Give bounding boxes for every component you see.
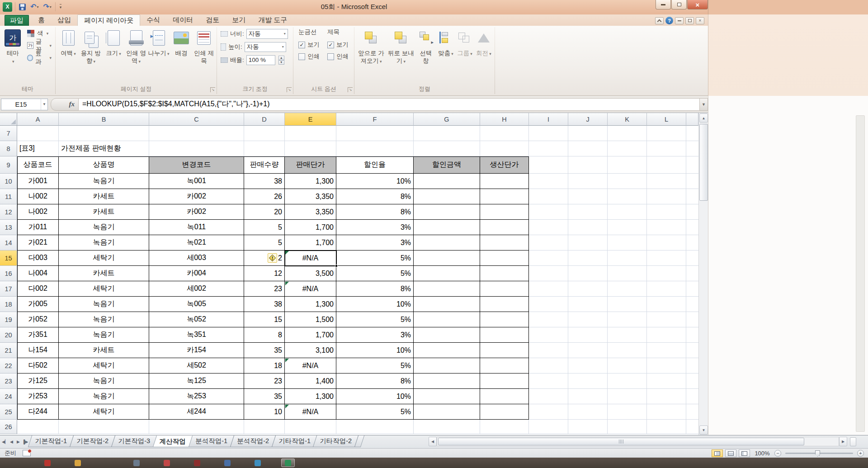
cell-K16[interactable] bbox=[608, 266, 647, 281]
cell-I7[interactable] bbox=[529, 126, 568, 141]
sheet-tab-분석작업-2[interactable]: 분석작업-2 bbox=[230, 435, 275, 447]
row-header-12[interactable]: 12 bbox=[0, 204, 17, 220]
align-button[interactable]: 맞춤▾ bbox=[437, 27, 455, 58]
cell-B17[interactable]: 세탁기 bbox=[59, 281, 149, 297]
cell-B21[interactable]: 카세트 bbox=[59, 343, 149, 358]
cell-J25[interactable] bbox=[568, 404, 608, 420]
cell-G16[interactable] bbox=[414, 266, 480, 281]
cell-C9[interactable]: 변경코드 bbox=[149, 156, 244, 174]
cell-K24[interactable] bbox=[608, 389, 647, 404]
cell-B20[interactable]: 녹음기 bbox=[59, 327, 149, 343]
cell-I8[interactable] bbox=[529, 141, 568, 156]
cell-H25[interactable] bbox=[480, 404, 529, 420]
column-header-A[interactable]: A bbox=[17, 113, 59, 126]
workbook-restore-button[interactable] bbox=[685, 17, 694, 24]
cell-A24[interactable]: 가253 bbox=[17, 389, 59, 404]
sheet-options-dialog-launcher[interactable]: ↘ bbox=[348, 87, 353, 92]
close-button[interactable]: × bbox=[687, 0, 708, 9]
cell-L16[interactable] bbox=[647, 266, 686, 281]
horizontal-scrollbar[interactable]: ◀ ▶ bbox=[429, 437, 856, 447]
cell-D22[interactable]: 18 bbox=[244, 358, 285, 373]
cell-K22[interactable] bbox=[608, 358, 647, 373]
cell-H19[interactable] bbox=[480, 312, 529, 327]
last-sheet-icon[interactable]: ▐▶ bbox=[22, 440, 28, 444]
row-header-25[interactable]: 25 bbox=[0, 404, 17, 420]
row-header-10[interactable]: 10 bbox=[0, 174, 17, 189]
cell-B16[interactable]: 카세트 bbox=[59, 266, 149, 281]
cell-K18[interactable] bbox=[608, 297, 647, 312]
cell-I16[interactable] bbox=[529, 266, 568, 281]
horizontal-scrollbar-thumb[interactable] bbox=[438, 438, 804, 445]
cell-K9[interactable] bbox=[608, 156, 647, 174]
row-header-21[interactable]: 21 bbox=[0, 343, 17, 358]
theme-effects-button[interactable]: 효과▾ bbox=[25, 52, 54, 63]
cell-D18[interactable]: 38 bbox=[244, 297, 285, 312]
cell-K25[interactable] bbox=[608, 404, 647, 420]
cell-M25[interactable] bbox=[686, 404, 698, 420]
cell-M7[interactable] bbox=[686, 126, 698, 141]
cell-J15[interactable] bbox=[568, 251, 608, 266]
sheet-tab-계산작업[interactable]: 계산작업 bbox=[152, 435, 192, 447]
cell-J16[interactable] bbox=[568, 266, 608, 281]
cell-L25[interactable] bbox=[647, 404, 686, 420]
cell-I12[interactable] bbox=[529, 204, 568, 220]
cell-F14[interactable]: 3% bbox=[336, 235, 414, 251]
cell-L23[interactable] bbox=[647, 373, 686, 389]
cell-A13[interactable]: 가011 bbox=[17, 220, 59, 235]
cell-D14[interactable]: 5 bbox=[244, 235, 285, 251]
cell-M22[interactable] bbox=[686, 358, 698, 373]
cell-A8[interactable]: [표3] bbox=[17, 141, 59, 156]
margins-button[interactable]: 여백▾ bbox=[57, 27, 79, 58]
cell-D16[interactable]: 12 bbox=[244, 266, 285, 281]
cell-J8[interactable] bbox=[568, 141, 608, 156]
cell-E21[interactable]: 3,100 bbox=[285, 343, 336, 358]
size-button[interactable]: 크기▾ bbox=[103, 27, 124, 58]
column-header-L[interactable]: L bbox=[647, 113, 686, 126]
cell-F13[interactable]: 3% bbox=[336, 220, 414, 235]
row-header-11[interactable]: 11 bbox=[0, 189, 17, 204]
tab-데이터[interactable]: 데이터 bbox=[166, 14, 199, 26]
cell-B18[interactable]: 녹음기 bbox=[59, 297, 149, 312]
tab-split-handle[interactable] bbox=[850, 437, 856, 446]
cell-K17[interactable] bbox=[608, 281, 647, 297]
cell-L24[interactable] bbox=[647, 389, 686, 404]
cell-L13[interactable] bbox=[647, 220, 686, 235]
cell-M16[interactable] bbox=[686, 266, 698, 281]
cell-I13[interactable] bbox=[529, 220, 568, 235]
cell-A21[interactable]: 나154 bbox=[17, 343, 59, 358]
cell-E13[interactable]: 1,700 bbox=[285, 220, 336, 235]
cell-A23[interactable]: 가125 bbox=[17, 373, 59, 389]
cell-B12[interactable]: 카세트 bbox=[59, 204, 149, 220]
row-header-16[interactable]: 16 bbox=[0, 266, 17, 281]
cell-J11[interactable] bbox=[568, 189, 608, 204]
cell-D26[interactable] bbox=[244, 420, 285, 434]
cell-M11[interactable] bbox=[686, 189, 698, 204]
cell-H15[interactable] bbox=[480, 251, 529, 266]
sheet-tab-기본작업-1[interactable]: 기본작업-1 bbox=[28, 435, 74, 447]
cell-G20[interactable] bbox=[414, 327, 480, 343]
scale-spinner[interactable]: 100 % bbox=[246, 55, 275, 65]
row-header-15[interactable]: 15 bbox=[0, 251, 17, 266]
error-options-button[interactable]: ! bbox=[268, 253, 277, 263]
cell-F18[interactable]: 10% bbox=[336, 297, 414, 312]
cell-H9[interactable]: 생산단가 bbox=[480, 156, 529, 174]
cell-I18[interactable] bbox=[529, 297, 568, 312]
expand-formula-bar-button[interactable]: ▼ bbox=[700, 98, 708, 111]
cell-L26[interactable] bbox=[647, 420, 686, 434]
cell-E26[interactable] bbox=[285, 420, 336, 434]
cell-I25[interactable] bbox=[529, 404, 568, 420]
cell-H17[interactable] bbox=[480, 281, 529, 297]
cell-E15[interactable]: #N/A bbox=[285, 251, 336, 266]
row-header-17[interactable]: 17 bbox=[0, 281, 17, 297]
column-header-D[interactable]: D bbox=[244, 113, 285, 126]
column-header-B[interactable]: B bbox=[59, 113, 149, 126]
cell-H11[interactable] bbox=[480, 189, 529, 204]
row-header-13[interactable]: 13 bbox=[0, 220, 17, 235]
cell-J26[interactable] bbox=[568, 420, 608, 434]
cell-M12[interactable] bbox=[686, 204, 698, 220]
cell-G9[interactable]: 할인금액 bbox=[414, 156, 480, 174]
cell-I19[interactable] bbox=[529, 312, 568, 327]
cell-L7[interactable] bbox=[647, 126, 686, 141]
cell-M19[interactable] bbox=[686, 312, 698, 327]
cell-K12[interactable] bbox=[608, 204, 647, 220]
